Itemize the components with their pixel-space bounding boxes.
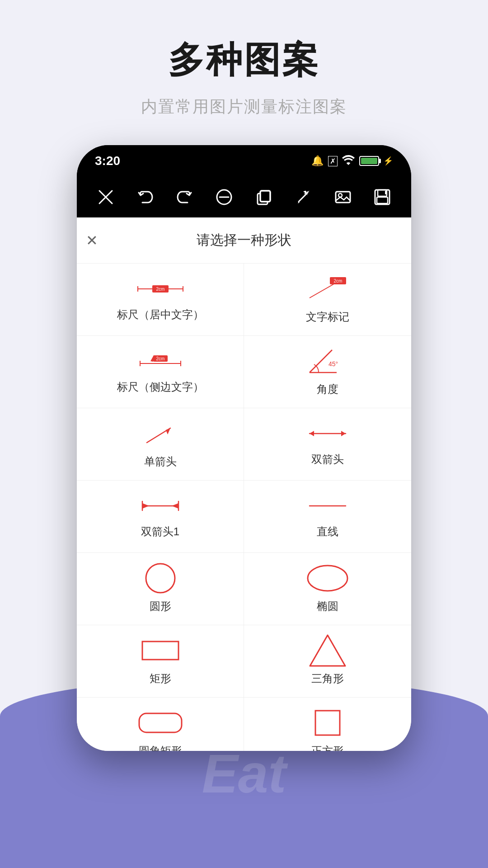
ruler-center-icon: 2cm [133,277,188,300]
page-container: 多种图案 内置常用图片测量标注图案 3:20 🔔 ✗ [0,0,488,868]
shape-label-ruler-side: 标尺（侧边文字） [117,380,204,394]
rounded-rect-icon [136,709,185,736]
shape-label-double-arrow-1: 双箭头1 [141,524,179,539]
status-icons: 🔔 ✗ ⚡ [311,155,393,167]
shape-label-double-arrow: 双箭头 [311,452,344,467]
shape-cell-double-arrow[interactable]: 双箭头 [244,408,411,481]
svg-text:2cm: 2cm [156,356,164,361]
rectangle-icon [138,637,183,664]
svg-text:2cm: 2cm [334,278,343,283]
svg-marker-33 [310,431,314,436]
svg-rect-46 [315,711,340,735]
toolbar-image-button[interactable] [329,184,357,211]
shape-cell-single-arrow[interactable]: 单箭头 [77,408,244,481]
ruler-side-icon: 2cm [133,349,188,373]
shape-cell-ruler-center[interactable]: 2cm 标尺（居中文字） [77,264,244,336]
sim-icon: ✗ [328,156,338,166]
svg-marker-26 [150,356,153,362]
svg-rect-12 [377,197,388,203]
shape-cell-angle[interactable]: 45° 角度 [244,336,411,408]
shape-label-angle: 角度 [317,382,338,396]
shape-label-single-arrow: 单箭头 [144,454,177,469]
svg-rect-7 [336,192,350,203]
svg-rect-5 [260,191,270,202]
shape-cell-circle[interactable]: 圆形 [77,553,244,625]
shape-grid: 2cm 标尺（居中文字） 2cm [77,264,411,751]
toolbar-close-button[interactable] [92,184,119,211]
battery-icon: ⚡ [359,156,393,166]
shape-picker: ✕ 请选择一种形状 2cm [77,217,411,751]
shape-label-ruler-center: 标尺（居中文字） [117,307,204,322]
shape-cell-double-arrow-1[interactable]: 双箭头1 [77,481,244,553]
single-arrow-icon [138,420,183,447]
ellipse-icon [305,565,350,592]
svg-marker-44 [310,635,345,666]
svg-text:45°: 45° [328,360,338,368]
shape-label-rounded-rect: 圆角矩形 [139,744,182,751]
circle-icon [142,565,178,592]
page-title: 多种图案 [168,36,320,85]
shape-cell-ellipse[interactable]: 椭圆 [244,553,411,625]
toolbar-magic-button[interactable] [290,184,317,211]
double-arrow-1-icon [133,494,188,517]
toolbar-minus-button[interactable] [211,184,238,211]
page-subtitle: 内置常用图片测量标注图案 [141,96,347,118]
app-toolbar [77,177,411,217]
shape-cell-triangle[interactable]: 三角形 [244,625,411,698]
svg-point-42 [308,566,347,591]
status-time: 3:20 [95,154,120,168]
shape-label-triangle: 三角形 [311,671,344,686]
shape-picker-header: ✕ 请选择一种形状 [77,217,411,264]
toolbar-redo-button[interactable] [171,184,198,211]
wifi-icon [342,155,355,167]
angle-icon: 45° [305,348,350,375]
toolbar-undo-button[interactable] [131,184,159,211]
shape-label-ellipse: 椭圆 [317,599,338,613]
shape-cell-text-mark[interactable]: 2cm 文字标记 [244,264,411,336]
triangle-icon [307,637,348,664]
line-icon [300,494,355,517]
status-bar: 3:20 🔔 ✗ ⚡ [77,145,411,177]
double-arrow-icon [300,422,355,445]
svg-rect-43 [142,642,178,660]
phone-mockup: 3:20 🔔 ✗ ⚡ [77,145,411,751]
notification-icon: 🔔 [311,155,324,167]
svg-rect-45 [139,713,182,732]
shape-label-circle: 圆形 [150,599,171,613]
shape-picker-close-button[interactable]: ✕ [86,232,98,249]
bottom-watermark: Eat [202,742,286,805]
square-icon [312,709,343,736]
shape-label-line: 直线 [317,524,338,539]
shape-label-text-mark: 文字标记 [306,310,349,324]
shape-picker-title: 请选择一种形状 [197,231,291,250]
phone-screen: ✕ 请选择一种形状 2cm [77,217,411,751]
shape-label-rectangle: 矩形 [150,671,171,686]
toolbar-copy-button[interactable] [250,184,277,211]
toolbar-save-button[interactable] [369,184,396,211]
svg-marker-38 [142,503,149,509]
svg-point-41 [146,564,175,593]
svg-rect-11 [385,191,387,194]
svg-marker-31 [166,428,170,434]
svg-marker-39 [172,503,178,509]
text-mark-icon: 2cm [300,275,355,302]
shape-cell-rectangle[interactable]: 矩形 [77,625,244,698]
svg-marker-34 [341,431,346,436]
shape-label-square: 正方形 [311,744,344,751]
svg-text:2cm: 2cm [156,287,164,292]
shape-cell-line[interactable]: 直线 [244,481,411,553]
shape-cell-ruler-side[interactable]: 2cm 标尺（侧边文字） [77,336,244,408]
